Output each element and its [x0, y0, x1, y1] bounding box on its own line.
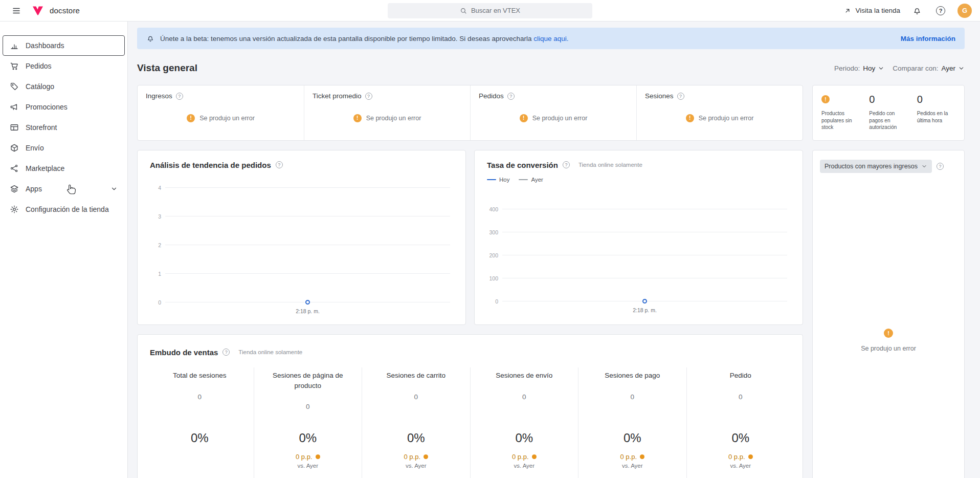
- funnel-col-delta: 0 p.p.: [478, 452, 571, 461]
- avatar[interactable]: G: [957, 4, 972, 18]
- banner-link[interactable]: clique aqui.: [533, 35, 568, 42]
- funnel-col-count: 0: [694, 393, 788, 401]
- gear-icon: [10, 205, 19, 214]
- sidebar-item-configuracion[interactable]: Configuración de la tienda: [3, 199, 125, 220]
- sales-funnel-card: Embudo de ventas ? Tienda online solamen…: [137, 334, 803, 478]
- help-icon[interactable]: ?: [276, 161, 283, 168]
- compare-select[interactable]: Comparar con: Ayer: [893, 64, 965, 72]
- sidebar-item-pedidos[interactable]: Pedidos: [3, 56, 125, 76]
- package-icon: [10, 143, 19, 153]
- help-button[interactable]: ?: [934, 4, 947, 17]
- page-title: Vista general: [137, 62, 197, 74]
- question-icon: ?: [936, 6, 945, 15]
- warning-dot-icon: [424, 454, 428, 459]
- gridline: 400: [502, 209, 787, 209]
- funnel-col-count: 0: [586, 393, 679, 401]
- chart-title: Análisis de tendencia de pedidos: [150, 161, 271, 169]
- menu-icon[interactable]: [8, 3, 25, 19]
- quick-stat-label: Pedido con pagos en autorización: [869, 110, 907, 131]
- sidebar: Dashboards Pedidos Catálogo Promociones …: [0, 21, 128, 478]
- y-tick: 0: [147, 299, 161, 306]
- y-tick: 100: [484, 275, 498, 281]
- funnel-col-vs: vs. Ayer: [261, 463, 355, 469]
- warning-icon: !: [353, 114, 362, 122]
- brand: docstore: [32, 5, 80, 17]
- top-products-error: ! Se produjo un error: [813, 329, 964, 352]
- more-info-link[interactable]: Más información: [901, 35, 955, 42]
- sidebar-item-marketplace[interactable]: Marketplace: [3, 158, 125, 179]
- funnel-col-title: Sesiones de pago: [586, 371, 679, 381]
- notifications-button[interactable]: [910, 4, 924, 17]
- sidebar-item-catalogo[interactable]: Catálogo: [3, 76, 125, 97]
- page-header: Vista general Periodo: Hoy Comparar con:…: [137, 60, 965, 76]
- warning-dot-icon: [640, 454, 644, 459]
- y-tick: 400: [484, 206, 498, 212]
- share-network-icon: [10, 164, 19, 173]
- data-point: [305, 300, 310, 305]
- chevron-down-icon: [110, 185, 118, 192]
- sidebar-item-storefront[interactable]: Storefront: [3, 117, 125, 138]
- funnel-col-pct: 0%: [153, 431, 247, 445]
- funnel-col-sesiones-carrito: Sesiones de carrito 0 0% 0 p.p. vs. Ayer: [362, 367, 470, 478]
- metric-title: Sesiones: [645, 92, 674, 100]
- sidebar-item-dashboards[interactable]: Dashboards: [3, 35, 125, 56]
- help-icon[interactable]: ?: [677, 93, 684, 100]
- help-icon[interactable]: ?: [507, 93, 515, 100]
- search-placeholder: Buscar en VTEX: [471, 7, 520, 14]
- quick-stat-value: 0: [917, 94, 923, 105]
- error-text: Se produjo un error: [366, 115, 421, 122]
- quick-stat-orders-last-hour: 0 Pedidos en la última hora: [912, 93, 960, 133]
- storefront-icon: [10, 123, 19, 132]
- period-select[interactable]: Periodo: Hoy: [834, 64, 884, 72]
- gridline: 1: [165, 273, 450, 274]
- sidebar-item-apps[interactable]: Apps: [3, 179, 125, 199]
- error-text: Se produjo un error: [699, 115, 754, 122]
- funnel-col-vs: vs. Ayer: [478, 463, 571, 469]
- funnel-col-count: 0: [478, 393, 571, 401]
- funnel-note: Tienda online solamente: [238, 349, 302, 355]
- sidebar-item-envio[interactable]: Envío: [3, 138, 125, 158]
- sidebar-item-label: Apps: [26, 185, 42, 193]
- funnel-col-delta: 0 p.p.: [694, 452, 788, 461]
- funnel-col-title: Sesiones de carrito: [369, 371, 463, 381]
- metric-card-pedidos: Pedidos? !Se produjo un error: [470, 85, 636, 140]
- vtex-logo-icon: [32, 5, 44, 17]
- funnel-col-title: Sesiones de página de producto: [261, 371, 355, 390]
- funnel-col-pct: 0%: [369, 431, 463, 445]
- visit-store-button[interactable]: Visita la tienda: [844, 7, 900, 14]
- metric-card-sesiones: Sesiones? !Se produjo un error: [636, 85, 803, 140]
- funnel-col-pct: 0%: [586, 431, 679, 445]
- help-icon[interactable]: ?: [222, 349, 230, 356]
- help-icon[interactable]: ?: [937, 163, 944, 170]
- help-icon[interactable]: ?: [365, 93, 372, 100]
- funnel-col-title: Sesiones de envío: [478, 371, 571, 381]
- funnel-col-sesiones-pagina-producto: Sesiones de página de producto 0 0% 0 p.…: [254, 367, 362, 478]
- metric-title: Ticket promedio: [313, 92, 362, 100]
- metric-card-ticket-promedio: Ticket promedio? !Se produjo un error: [304, 85, 470, 140]
- orders-trend-card: Análisis de tendencia de pedidos ? 4 3 2…: [137, 150, 466, 325]
- x-tick: 2:18 p. m.: [633, 307, 657, 313]
- account-name: docstore: [50, 6, 80, 15]
- y-tick: 2: [147, 242, 161, 248]
- funnel-col-total-sesiones: Total de sesiones 0 0%: [146, 367, 254, 478]
- top-products-select[interactable]: Productos con mayores ingresos: [820, 160, 932, 173]
- global-search[interactable]: Buscar en VTEX: [388, 3, 592, 18]
- funnel-col-pedido: Pedido 0 0% 0 p.p. vs. Ayer: [686, 367, 795, 478]
- cart-icon: [10, 61, 19, 71]
- chart-legend: Hoy Ayer: [487, 176, 790, 183]
- topbar-actions: Visita la tienda ? G: [844, 4, 972, 18]
- sidebar-item-promociones[interactable]: Promociones: [3, 97, 125, 117]
- warning-dot-icon: [748, 454, 753, 459]
- quick-stat-orders-authorization: 0 Pedido con pagos en autorización: [864, 93, 912, 133]
- y-tick: 3: [147, 213, 161, 220]
- x-tick: 2:18 p. m.: [296, 308, 320, 314]
- legend-item-yesterday: Ayer: [519, 177, 543, 183]
- funnel-col-delta: 0 p.p.: [261, 452, 355, 461]
- help-icon[interactable]: ?: [176, 93, 183, 100]
- funnel-col-vs: vs. Ayer: [369, 463, 463, 469]
- beta-banner: Únete a la beta: tenemos una versión act…: [137, 28, 965, 49]
- help-icon[interactable]: ?: [563, 161, 570, 168]
- warning-icon: !: [686, 114, 694, 122]
- external-link-icon: [844, 7, 851, 14]
- sidebar-item-label: Envío: [26, 144, 44, 152]
